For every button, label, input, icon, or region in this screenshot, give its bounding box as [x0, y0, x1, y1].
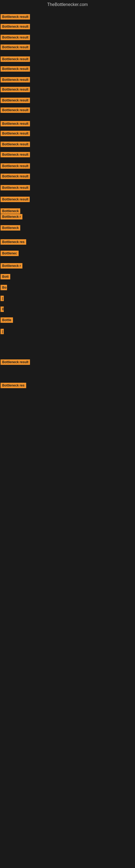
bottleneck-item: Bottleneck result — [1, 360, 30, 366]
bottleneck-item: | — [1, 296, 4, 302]
bottleneck-label: Bottleneck result — [1, 14, 30, 20]
bottleneck-item: Bottlenec — [1, 251, 18, 257]
bottleneck-label: Bottle — [1, 317, 13, 323]
bottleneck-label: Bottleneck result — [1, 56, 30, 62]
bottleneck-label: Bott — [1, 274, 10, 279]
bottleneck-item: Bottleneck result — [1, 107, 30, 114]
bottleneck-label: Bottleneck result — [1, 131, 30, 136]
bottleneck-item: Bo — [1, 285, 7, 291]
bottleneck-label: Bottleneck result — [1, 163, 30, 169]
bottleneck-list: Bottleneck resultBottleneck resultBottle… — [0, 8, 135, 868]
bottleneck-label: Bottleneck result — [1, 142, 30, 147]
bottleneck-label: Bottleneck result — [1, 121, 30, 126]
bottleneck-item: Bottleneck result — [1, 14, 30, 21]
bottleneck-label: Bottleneck result — [1, 87, 30, 92]
site-header: TheBottlenecker.com — [0, 0, 135, 8]
bottleneck-label: Bottleneck result — [1, 174, 30, 179]
bottleneck-item: Bottleneck result — [1, 87, 30, 93]
bottleneck-item: Bottleneck result — [1, 44, 30, 51]
bottleneck-item: Bottleneck result — [1, 66, 30, 73]
bottleneck-item: Bottleneck result — [1, 56, 30, 63]
bottleneck-item: Bottleneck result — [1, 152, 30, 158]
bottleneck-item: Bottleneck result — [1, 163, 30, 170]
bottleneck-label: Bottleneck result — [1, 98, 30, 103]
bottleneck-label: Bottleneck — [1, 208, 20, 214]
bottleneck-label: Bottleneck r — [1, 214, 22, 219]
bottleneck-item: Bottleneck result — [1, 142, 30, 148]
bottleneck-item: B — [1, 307, 4, 313]
site-title: TheBottlenecker.com — [0, 0, 135, 8]
bottleneck-item: | — [1, 329, 4, 335]
bottleneck-label: Bottleneck result — [1, 44, 30, 50]
bottleneck-item: Bottleneck result — [1, 121, 30, 127]
bottleneck-item: Bottleneck r — [1, 263, 22, 270]
bottleneck-label: Bo — [1, 285, 7, 290]
bottleneck-item: Bottle — [1, 317, 13, 324]
bottleneck-item: Bottleneck result — [1, 98, 30, 104]
bottleneck-label: Bottleneck — [1, 225, 20, 230]
bottleneck-item: Bottleneck result — [1, 185, 30, 191]
bottleneck-label: Bottleneck r — [1, 263, 22, 269]
bottleneck-label: | — [1, 329, 4, 334]
bottleneck-label: Bottleneck result — [1, 77, 30, 83]
bottleneck-item: Bottleneck result — [1, 197, 30, 203]
bottleneck-label: Bottleneck result — [1, 152, 30, 157]
bottleneck-label: Bottleneck result — [1, 197, 30, 202]
bottleneck-item: Bottleneck result — [1, 131, 30, 137]
bottleneck-item: Bott — [1, 274, 10, 280]
bottleneck-label: Bottleneck result — [1, 35, 30, 40]
bottleneck-item: Bottleneck result — [1, 174, 30, 180]
bottleneck-item: Bottleneck r — [1, 214, 22, 220]
bottleneck-label: Bottleneck result — [1, 66, 30, 72]
bottleneck-label: Bottlenec — [1, 251, 18, 256]
bottleneck-item: Bottleneck res — [1, 383, 26, 389]
bottleneck-label: Bottleneck result — [1, 360, 30, 365]
bottleneck-item: Bottleneck result — [1, 77, 30, 84]
bottleneck-label: Bottleneck res — [1, 239, 26, 245]
bottleneck-item: Bottleneck res — [1, 239, 26, 246]
bottleneck-label: Bottleneck result — [1, 24, 30, 29]
bottleneck-label: Bottleneck result — [1, 107, 30, 113]
bottleneck-label: Bottleneck res — [1, 383, 26, 388]
bottleneck-label: | — [1, 296, 4, 301]
bottleneck-label: Bottleneck result — [1, 185, 30, 190]
bottleneck-item: Bottleneck result — [1, 35, 30, 41]
bottleneck-item: Bottleneck result — [1, 24, 30, 30]
bottleneck-label: B — [1, 307, 4, 312]
bottleneck-item: Bottleneck — [1, 225, 20, 231]
